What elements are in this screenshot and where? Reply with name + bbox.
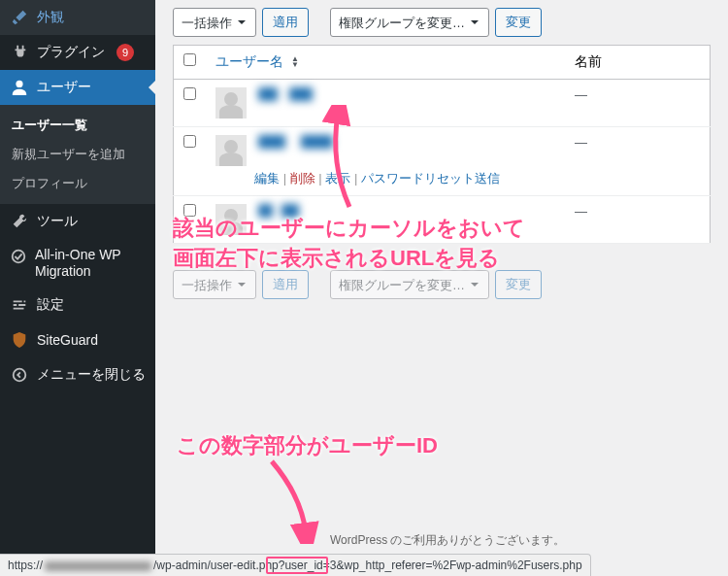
user-icon: [10, 78, 29, 97]
username-link[interactable]: [258, 87, 336, 101]
users-submenu: ユーザー一覧 新規ユーザーを追加 プロフィール: [0, 105, 155, 204]
svg-point-1: [13, 251, 25, 263]
menu-aio-migration[interactable]: All-in-One WP Migration: [0, 239, 155, 288]
menu-label: メニューを閉じる: [37, 366, 146, 384]
table-row[interactable]: —: [174, 80, 711, 127]
update-badge: 9: [116, 44, 134, 61]
avatar: [215, 204, 247, 235]
svg-point-2: [14, 368, 26, 381]
users-table: ユーザー名 ▲▼ 名前 —: [173, 45, 711, 244]
menu-label: 外観: [37, 9, 64, 26]
change-role-button-bottom[interactable]: 変更: [495, 270, 542, 299]
masked-domain: [45, 561, 151, 571]
plug-icon: [10, 43, 29, 62]
row-checkbox[interactable]: [183, 87, 196, 100]
col-name-header: 名前: [565, 46, 711, 80]
wp-footer-thanks: WordPress のご利用ありがとうございます。: [330, 532, 565, 549]
menu-label: プラグイン: [37, 44, 105, 61]
avatar: [215, 135, 247, 166]
menu-plugins[interactable]: プラグイン 9: [0, 35, 155, 70]
col-username-sort[interactable]: ユーザー名: [215, 53, 283, 69]
apply-button[interactable]: 適用: [262, 8, 309, 37]
svg-point-0: [16, 81, 22, 87]
role-change-select[interactable]: 権限グループを変更…: [330, 8, 489, 37]
table-row[interactable]: —: [174, 196, 711, 244]
menu-label: ユーザー: [37, 79, 91, 96]
brush-icon: [10, 8, 29, 27]
menu-appearance[interactable]: 外観: [0, 0, 155, 35]
delete-link[interactable]: 削除: [290, 171, 315, 186]
menu-label: ツール: [37, 213, 78, 230]
menu-settings[interactable]: 設定: [0, 288, 155, 322]
menu-label: SiteGuard: [37, 332, 98, 348]
change-role-button[interactable]: 変更: [495, 8, 542, 37]
tablenav-top: 一括操作 適用 権限グループを変更… 変更: [173, 0, 711, 45]
sliders-icon: [10, 295, 29, 315]
table-row[interactable]: 編集 | 削除 | 表示 | パスワードリセット送信 —: [174, 127, 711, 196]
browser-status-url: https:///wp-admin/user-edit.php?user_id=…: [0, 554, 591, 576]
select-all-checkbox[interactable]: [183, 53, 196, 66]
main-content: 一括操作 適用 権限グループを変更… 変更 ユーザー名 ▲▼ 名前: [155, 0, 728, 576]
row-checkbox[interactable]: [183, 135, 196, 148]
menu-label: All-in-One WP Migration: [35, 247, 146, 280]
row-actions: 編集 | 削除 | 表示 | パスワードリセット送信: [254, 170, 555, 187]
submenu-profile[interactable]: プロフィール: [0, 169, 155, 198]
view-link[interactable]: 表示: [325, 171, 350, 186]
username-link[interactable]: [258, 204, 316, 218]
annotation-userid: この数字部分がユーザーID: [177, 431, 438, 461]
name-cell: —: [575, 87, 587, 102]
row-checkbox[interactable]: [183, 204, 196, 217]
sort-indicator-icon: ▲▼: [291, 56, 299, 68]
tablenav-bottom: 一括操作 適用 権限グループを変更… 変更: [173, 270, 542, 299]
username-link[interactable]: [258, 135, 365, 149]
edit-link[interactable]: 編集: [254, 171, 280, 186]
menu-tools[interactable]: ツール: [0, 204, 155, 239]
bulk-action-select[interactable]: 一括操作: [173, 8, 256, 37]
admin-sidebar: 外観 プラグイン 9 ユーザー ユーザー一覧 新規ユーザーを追加 プロフィール …: [0, 0, 155, 576]
pwreset-link[interactable]: パスワードリセット送信: [361, 171, 500, 186]
menu-label: 設定: [37, 296, 64, 314]
bulk-action-select-bottom[interactable]: 一括操作: [173, 270, 256, 299]
role-change-select-bottom[interactable]: 権限グループを変更…: [330, 270, 489, 299]
annotation-arrow-icon: [262, 457, 340, 544]
menu-siteguard[interactable]: SiteGuard: [0, 322, 155, 357]
aio-icon: [10, 247, 27, 266]
submenu-users-list[interactable]: ユーザー一覧: [0, 111, 155, 140]
name-cell: —: [575, 204, 587, 219]
menu-collapse[interactable]: メニューを閉じる: [0, 357, 155, 392]
menu-users[interactable]: ユーザー: [0, 70, 155, 105]
apply-button-bottom[interactable]: 適用: [262, 270, 309, 299]
name-cell: —: [575, 135, 587, 150]
collapse-icon: [10, 365, 29, 385]
shield-icon: [10, 330, 29, 350]
wrench-icon: [10, 212, 29, 231]
submenu-add-user[interactable]: 新規ユーザーを追加: [0, 140, 155, 169]
avatar: [215, 87, 247, 119]
